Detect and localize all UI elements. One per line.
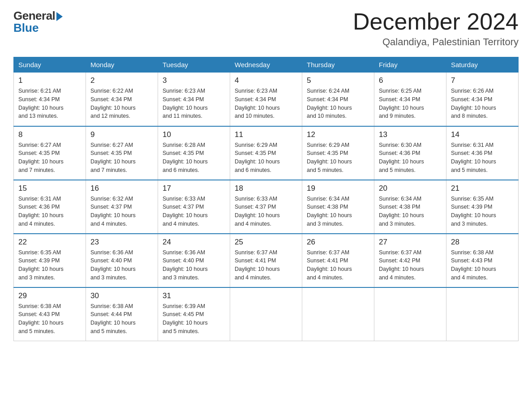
weekday-header-thursday: Thursday: [302, 57, 374, 73]
day-info: Sunrise: 6:38 AM Sunset: 4:43 PM Dayligh…: [451, 248, 514, 282]
calendar-day-cell: 21 Sunrise: 6:35 AM Sunset: 4:39 PM Dayl…: [446, 180, 519, 234]
location-title: Qalandiya, Palestinian Territory: [353, 36, 519, 48]
day-number: 5: [307, 76, 369, 85]
day-info: Sunrise: 6:34 AM Sunset: 4:38 PM Dayligh…: [379, 195, 442, 228]
day-number: 19: [307, 184, 369, 193]
calendar-table: SundayMondayTuesdayWednesdayThursdayFrid…: [13, 57, 519, 341]
calendar-day-cell: 29 Sunrise: 6:38 AM Sunset: 4:43 PM Dayl…: [14, 287, 86, 341]
calendar-day-cell: 15 Sunrise: 6:31 AM Sunset: 4:36 PM Dayl…: [14, 180, 86, 234]
weekday-header-monday: Monday: [86, 57, 158, 73]
weekday-header-row: SundayMondayTuesdayWednesdayThursdayFrid…: [14, 57, 519, 73]
calendar-day-cell: 7 Sunrise: 6:26 AM Sunset: 4:34 PM Dayli…: [446, 73, 519, 126]
calendar-day-cell: [374, 287, 446, 341]
calendar-day-cell: 5 Sunrise: 6:24 AM Sunset: 4:34 PM Dayli…: [302, 73, 374, 126]
day-info: Sunrise: 6:32 AM Sunset: 4:37 PM Dayligh…: [90, 195, 153, 228]
day-number: 10: [163, 130, 225, 139]
calendar-day-cell: 8 Sunrise: 6:27 AM Sunset: 4:35 PM Dayli…: [14, 126, 86, 180]
calendar-day-cell: 4 Sunrise: 6:23 AM Sunset: 4:34 PM Dayli…: [230, 73, 302, 126]
day-number: 27: [379, 238, 442, 247]
day-info: Sunrise: 6:30 AM Sunset: 4:36 PM Dayligh…: [379, 141, 442, 175]
day-info: Sunrise: 6:28 AM Sunset: 4:35 PM Dayligh…: [163, 141, 225, 175]
day-number: 23: [90, 238, 153, 247]
day-number: 6: [379, 76, 442, 85]
day-number: 11: [235, 130, 297, 139]
day-info: Sunrise: 6:26 AM Sunset: 4:34 PM Dayligh…: [451, 87, 514, 120]
calendar-day-cell: 12 Sunrise: 6:29 AM Sunset: 4:35 PM Dayl…: [302, 126, 374, 180]
day-info: Sunrise: 6:35 AM Sunset: 4:39 PM Dayligh…: [18, 248, 81, 282]
calendar-day-cell: 23 Sunrise: 6:36 AM Sunset: 4:40 PM Dayl…: [86, 234, 158, 287]
day-info: Sunrise: 6:36 AM Sunset: 4:40 PM Dayligh…: [163, 248, 225, 282]
day-number: 30: [90, 291, 153, 300]
day-number: 25: [235, 238, 297, 247]
month-title: December 2024: [353, 9, 519, 34]
day-number: 4: [235, 76, 297, 85]
day-info: Sunrise: 6:31 AM Sunset: 4:36 PM Dayligh…: [18, 195, 81, 228]
day-number: 26: [307, 238, 369, 247]
logo-arrow-icon: [56, 12, 63, 21]
title-block: December 2024 Qalandiya, Palestinian Ter…: [353, 9, 519, 48]
day-info: Sunrise: 6:31 AM Sunset: 4:36 PM Dayligh…: [451, 141, 514, 175]
day-info: Sunrise: 6:24 AM Sunset: 4:34 PM Dayligh…: [307, 87, 369, 120]
calendar-week-row: 29 Sunrise: 6:38 AM Sunset: 4:43 PM Dayl…: [14, 287, 519, 341]
weekday-header-tuesday: Tuesday: [158, 57, 230, 73]
day-info: Sunrise: 6:22 AM Sunset: 4:34 PM Dayligh…: [90, 87, 153, 120]
day-number: 15: [18, 184, 81, 193]
day-info: Sunrise: 6:36 AM Sunset: 4:40 PM Dayligh…: [90, 248, 153, 282]
day-info: Sunrise: 6:37 AM Sunset: 4:41 PM Dayligh…: [235, 248, 297, 282]
calendar-day-cell: 28 Sunrise: 6:38 AM Sunset: 4:43 PM Dayl…: [446, 234, 519, 287]
day-number: 17: [163, 184, 225, 193]
calendar-day-cell: 30 Sunrise: 6:38 AM Sunset: 4:44 PM Dayl…: [86, 287, 158, 341]
calendar-day-cell: [302, 287, 374, 341]
calendar-day-cell: 25 Sunrise: 6:37 AM Sunset: 4:41 PM Dayl…: [230, 234, 302, 287]
day-info: Sunrise: 6:38 AM Sunset: 4:44 PM Dayligh…: [90, 302, 153, 336]
calendar-week-row: 15 Sunrise: 6:31 AM Sunset: 4:36 PM Dayl…: [14, 180, 519, 234]
day-number: 7: [451, 76, 514, 85]
day-info: Sunrise: 6:27 AM Sunset: 4:35 PM Dayligh…: [90, 141, 153, 175]
calendar-day-cell: 3 Sunrise: 6:23 AM Sunset: 4:34 PM Dayli…: [158, 73, 230, 126]
calendar-day-cell: 24 Sunrise: 6:36 AM Sunset: 4:40 PM Dayl…: [158, 234, 230, 287]
day-number: 28: [451, 238, 514, 247]
day-info: Sunrise: 6:34 AM Sunset: 4:38 PM Dayligh…: [307, 195, 369, 228]
day-info: Sunrise: 6:27 AM Sunset: 4:35 PM Dayligh…: [18, 141, 81, 175]
calendar-day-cell: 26 Sunrise: 6:37 AM Sunset: 4:41 PM Dayl…: [302, 234, 374, 287]
calendar-day-cell: 18 Sunrise: 6:33 AM Sunset: 4:37 PM Dayl…: [230, 180, 302, 234]
day-number: 14: [451, 130, 514, 139]
calendar-day-cell: 1 Sunrise: 6:21 AM Sunset: 4:34 PM Dayli…: [14, 73, 86, 126]
calendar-day-cell: [446, 287, 519, 341]
day-number: 24: [163, 238, 225, 247]
calendar-day-cell: [230, 287, 302, 341]
day-info: Sunrise: 6:33 AM Sunset: 4:37 PM Dayligh…: [235, 195, 297, 228]
calendar-day-cell: 27 Sunrise: 6:37 AM Sunset: 4:42 PM Dayl…: [374, 234, 446, 287]
calendar-day-cell: 11 Sunrise: 6:29 AM Sunset: 4:35 PM Dayl…: [230, 126, 302, 180]
day-number: 8: [18, 130, 81, 139]
calendar-day-cell: 10 Sunrise: 6:28 AM Sunset: 4:35 PM Dayl…: [158, 126, 230, 180]
weekday-header-sunday: Sunday: [14, 57, 86, 73]
day-number: 21: [451, 184, 514, 193]
logo-blue-text: Blue: [13, 21, 39, 35]
day-info: Sunrise: 6:39 AM Sunset: 4:45 PM Dayligh…: [163, 302, 225, 336]
day-number: 3: [163, 76, 225, 85]
calendar-day-cell: 9 Sunrise: 6:27 AM Sunset: 4:35 PM Dayli…: [86, 126, 158, 180]
calendar-day-cell: 22 Sunrise: 6:35 AM Sunset: 4:39 PM Dayl…: [14, 234, 86, 287]
calendar-day-cell: 17 Sunrise: 6:33 AM Sunset: 4:37 PM Dayl…: [158, 180, 230, 234]
weekday-header-wednesday: Wednesday: [230, 57, 302, 73]
calendar-day-cell: 2 Sunrise: 6:22 AM Sunset: 4:34 PM Dayli…: [86, 73, 158, 126]
logo: General Blue: [13, 9, 63, 35]
weekday-header-friday: Friday: [374, 57, 446, 73]
day-number: 2: [90, 76, 153, 85]
day-info: Sunrise: 6:23 AM Sunset: 4:34 PM Dayligh…: [163, 87, 225, 120]
calendar-day-cell: 16 Sunrise: 6:32 AM Sunset: 4:37 PM Dayl…: [86, 180, 158, 234]
calendar-day-cell: 31 Sunrise: 6:39 AM Sunset: 4:45 PM Dayl…: [158, 287, 230, 341]
calendar-day-cell: 19 Sunrise: 6:34 AM Sunset: 4:38 PM Dayl…: [302, 180, 374, 234]
day-number: 20: [379, 184, 442, 193]
day-number: 16: [90, 184, 153, 193]
day-number: 13: [379, 130, 442, 139]
calendar-week-row: 22 Sunrise: 6:35 AM Sunset: 4:39 PM Dayl…: [14, 234, 519, 287]
day-info: Sunrise: 6:25 AM Sunset: 4:34 PM Dayligh…: [379, 87, 442, 120]
day-info: Sunrise: 6:35 AM Sunset: 4:39 PM Dayligh…: [451, 195, 514, 228]
day-number: 22: [18, 238, 81, 247]
day-number: 18: [235, 184, 297, 193]
day-info: Sunrise: 6:21 AM Sunset: 4:34 PM Dayligh…: [18, 87, 81, 120]
weekday-header-saturday: Saturday: [446, 57, 519, 73]
day-number: 1: [18, 76, 81, 85]
